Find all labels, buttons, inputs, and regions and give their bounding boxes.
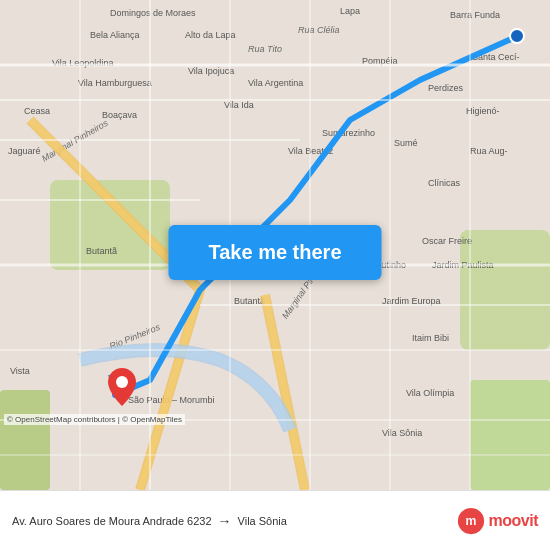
route-arrow: → (218, 513, 232, 529)
map-attribution: © OpenStreetMap contributors | © OpenMap… (4, 414, 185, 425)
moovit-logo: m moovit (457, 507, 538, 535)
moovit-text: moovit (489, 512, 538, 530)
map-container: Domingos de Moraes Lapa Barra Funda Bela… (0, 0, 550, 490)
bottom-bar: Av. Auro Soares de Moura Andrade 6232 → … (0, 490, 550, 550)
take-me-there-button[interactable]: Take me there (168, 225, 381, 280)
destination-text: Vila Sônia (238, 515, 287, 527)
location-pin (108, 368, 136, 402)
moovit-logo-icon: m (457, 507, 485, 535)
origin-text: Av. Auro Soares de Moura Andrade 6232 (12, 515, 212, 527)
svg-text:m: m (465, 514, 476, 528)
destination-dot (509, 28, 525, 44)
svg-point-16 (116, 376, 128, 388)
route-info: Av. Auro Soares de Moura Andrade 6232 → … (12, 513, 457, 529)
